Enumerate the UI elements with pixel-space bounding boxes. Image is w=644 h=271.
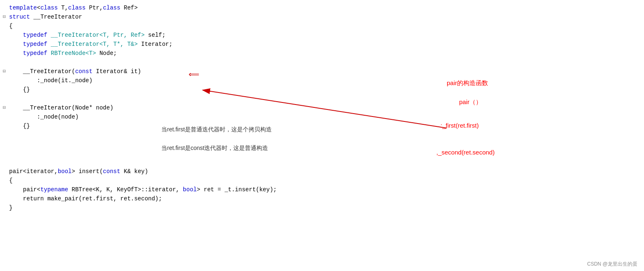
- line-content: struct __TreeIterator: [7, 12, 644, 21]
- line-content: pair<iterator,bool> insert(const K& key): [7, 167, 644, 176]
- code-line: :_node(it._node): [0, 76, 644, 85]
- line-gutter: ⊟: [0, 67, 7, 76]
- line-content: template<class T,class Ptr,class Ref>: [7, 3, 644, 12]
- code-line: {}: [0, 121, 644, 131]
- token: Iterator;: [138, 41, 172, 48]
- line-content: pair<typename RBTree<K, K, KeyOfT>::iter…: [7, 185, 644, 194]
- code-area: template<class T,class Ptr,class Ref>⊟st…: [0, 0, 644, 271]
- line-content: :_node(it._node): [7, 76, 644, 85]
- token: class: [103, 5, 120, 11]
- code-line: {}: [0, 85, 644, 94]
- code-line: ⊟struct __TreeIterator: [0, 12, 644, 21]
- token: :_node(node): [9, 114, 79, 120]
- code-line: [0, 131, 644, 140]
- token: typedef: [23, 41, 48, 48]
- token: template: [9, 5, 37, 11]
- token: typedef: [23, 50, 48, 57]
- token: self;: [145, 32, 165, 38]
- code-line: typedef __TreeIterator<T, Ptr, Ref> self…: [0, 31, 644, 40]
- token: __TreeIterator<T, T*, T&>: [47, 41, 137, 48]
- token: struct: [9, 14, 30, 20]
- token: bool: [180, 186, 197, 193]
- code-line: pair<typename RBTree<K, K, KeyOfT>::iter…: [0, 185, 644, 194]
- token: > insert(: [72, 168, 103, 175]
- token: > ret = _t.insert(key);: [197, 186, 277, 193]
- code-line: [0, 158, 644, 167]
- line-content: typedef RBTreeNode<T> Node;: [7, 49, 644, 58]
- token: __TreeIterator: [30, 14, 82, 20]
- code-line: {: [0, 21, 644, 31]
- token: K& key): [120, 168, 148, 175]
- code-line: {: [0, 176, 644, 185]
- line-content: {: [7, 176, 644, 185]
- line-content: }: [7, 203, 644, 212]
- token: {}: [9, 86, 30, 93]
- code-line: [0, 94, 644, 103]
- line-content: return make_pair(ret.first, ret.second);: [7, 194, 644, 203]
- token: {}: [9, 123, 30, 129]
- token: Iterator& it): [93, 68, 141, 75]
- token: return make_pair(ret.first, ret.second);: [9, 195, 162, 202]
- token: const: [75, 68, 93, 75]
- token: class: [68, 5, 86, 11]
- code-line: [0, 140, 644, 149]
- token: __TreeIterator<T, Ptr, Ref>: [47, 32, 144, 38]
- token: T,: [58, 5, 68, 11]
- token: <: [37, 5, 40, 11]
- code-line: [0, 58, 644, 67]
- token: [9, 41, 23, 48]
- code-line: :_node(node): [0, 112, 644, 121]
- token: {: [9, 177, 12, 184]
- token: __TreeIterator(Node* node): [9, 105, 113, 111]
- code-line: }: [0, 203, 644, 212]
- line-content: __TreeIterator(const Iterator& it): [7, 67, 644, 76]
- token: class: [41, 5, 58, 11]
- line-content: typedef __TreeIterator<T, Ptr, Ref> self…: [7, 31, 644, 40]
- token: pair<: [9, 186, 41, 193]
- token: Ref>: [120, 5, 138, 11]
- token: const: [103, 168, 120, 175]
- token: :_node(it._node): [9, 77, 93, 84]
- token: pair<iterator,: [9, 168, 58, 175]
- token: bool: [58, 168, 72, 175]
- line-content: __TreeIterator(Node* node): [7, 103, 644, 112]
- token: RBTreeNode<T>: [47, 50, 96, 57]
- line-gutter: ⊟: [0, 103, 7, 112]
- code-line: typedef __TreeIterator<T, T*, T&> Iterat…: [0, 40, 644, 49]
- code-line: template<class T,class Ptr,class Ref>: [0, 3, 644, 12]
- token: [9, 32, 23, 38]
- line-content: {}: [7, 85, 644, 94]
- token: [9, 50, 23, 57]
- code-line: [0, 149, 644, 158]
- line-content: {: [7, 21, 644, 31]
- line-content: {}: [7, 121, 644, 131]
- code-line: typedef RBTreeNode<T> Node;: [0, 49, 644, 58]
- token: __TreeIterator(: [9, 68, 75, 75]
- token: typedef: [23, 32, 48, 38]
- token: typename: [41, 186, 68, 193]
- token: }: [9, 204, 12, 211]
- code-line: ⊟ __TreeIterator(Node* node): [0, 103, 644, 112]
- token: RBTree<K, K, KeyOfT>::iterator,: [68, 186, 180, 193]
- code-line: pair<iterator,bool> insert(const K& key): [0, 167, 644, 176]
- line-gutter: ⊟: [0, 12, 7, 21]
- token: Node;: [96, 50, 117, 57]
- line-content: :_node(node): [7, 112, 644, 121]
- code-line: return make_pair(ret.first, ret.second);: [0, 194, 644, 203]
- code-line: ⊟ __TreeIterator(const Iterator& it): [0, 67, 644, 76]
- token: Ptr,: [86, 5, 103, 11]
- line-content: typedef __TreeIterator<T, T*, T&> Iterat…: [7, 40, 644, 49]
- token: {: [9, 23, 12, 29]
